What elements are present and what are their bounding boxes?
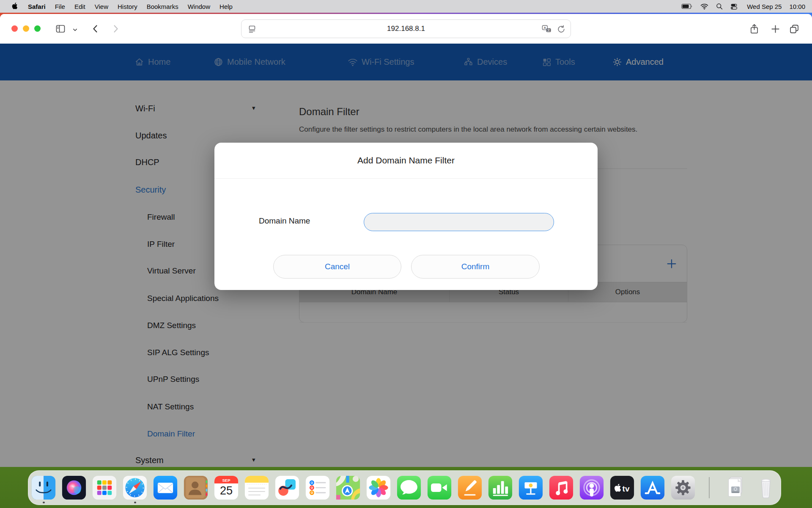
dock-icon-app-store[interactable] [640,475,665,500]
dock-icon-apple-tv[interactable]: tv [610,475,634,500]
zoom-window-button[interactable] [34,25,41,32]
dock-icon-freeform[interactable] [275,475,299,500]
photos-icon [366,475,391,500]
domain-name-input[interactable] [364,213,554,231]
podcasts-icon [579,475,604,500]
search-icon [716,3,723,10]
menu-item-edit[interactable]: Edit [70,3,90,10]
calendar-day: 25 [220,484,233,497]
dock-icon-siri[interactable] [62,475,86,500]
dock-icon-mail[interactable] [153,475,178,500]
new-tab-button[interactable] [771,24,780,36]
dock-icon-system-settings[interactable] [671,475,695,500]
dock-icon-notes[interactable] [244,475,269,500]
add-domain-filter-modal: Add Domain Name Filter Domain Name Cance… [214,143,598,290]
modal-title: Add Domain Name Filter [214,143,598,178]
dock-icon-podcasts[interactable] [579,475,604,500]
menu-item-help[interactable]: Help [215,3,237,10]
website-settings-icon[interactable] [247,25,257,36]
dock-icon-safari[interactable] [123,475,147,500]
close-window-button[interactable] [11,25,18,32]
dock-icon-facetime[interactable] [427,475,452,500]
menu-bar-time[interactable]: 10:00 [789,3,805,10]
app-store-icon [640,475,665,500]
dock-icon-photos[interactable] [366,475,391,500]
modal-divider [214,178,598,179]
mail-icon [153,475,178,500]
svg-text:文: 文 [547,28,550,32]
battery-icon [681,3,693,9]
sidebar-toggle-button[interactable] [55,24,66,36]
calendar-month: SEP [222,478,230,483]
tab-overview-button[interactable] [789,24,799,36]
dock-icon-messages[interactable] [397,475,421,500]
tab-group-chevron-button[interactable] [72,27,78,34]
dock-icon-calendar[interactable]: SEP25 [214,475,239,500]
numbers-icon [488,475,513,500]
dock-icon-reminders[interactable] [305,475,330,500]
menu-item-window[interactable]: Window [183,3,215,10]
apple-logo-icon [11,2,19,10]
dock-icon-maps[interactable] [336,475,360,500]
dock-icon-numbers[interactable] [488,475,513,500]
dock-icon-finder[interactable] [31,475,56,500]
dock-icon-trash[interactable] [754,475,778,500]
menu-item-safari[interactable]: Safari [23,3,50,10]
pages-icon [458,475,482,500]
chevron-left-icon [91,24,101,34]
messages-icon [397,475,421,500]
safari-window: 192.168.8.1 A文 Home Mobile [0,14,812,467]
translate-icon[interactable]: A文 [542,25,552,36]
macos-dock: SEP25 tv [28,470,781,505]
forward-button[interactable] [110,24,121,36]
tabs-icon [789,24,799,34]
router-admin-page: Home Mobile Network Wi-Fi Settings Devic… [0,44,812,467]
svg-text:A: A [544,26,546,30]
calendar-icon: SEP25 [214,475,239,500]
reload-button[interactable] [557,25,565,36]
battery-status[interactable] [681,3,693,9]
confirm-button[interactable]: Confirm [411,255,540,279]
safari-icon [123,475,147,500]
siri-icon [62,475,86,500]
facetime-icon [427,475,452,500]
menu-item-bookmarks[interactable]: Bookmarks [142,3,183,10]
dock-icon-pages[interactable] [458,475,482,500]
running-indicator-finder [43,502,45,504]
dock-icon-documents-stack[interactable] [723,475,748,500]
control-center[interactable] [730,3,738,10]
dock-icon-contacts[interactable] [184,475,208,500]
sidebar-icon [55,24,66,34]
safari-toolbar: 192.168.8.1 A文 [0,14,812,44]
cancel-button[interactable]: Cancel [273,255,401,279]
dock-divider [709,477,710,498]
menu-item-file[interactable]: File [50,3,70,10]
spotlight-search[interactable] [716,3,723,10]
apple-tv-icon: tv [610,475,634,500]
apple-menu[interactable] [7,2,23,11]
macos-menu-bar: Safari File Edit View History Bookmarks … [0,0,812,13]
dock-icon-keynote[interactable] [518,475,543,500]
control-center-icon [730,3,738,10]
menu-bar-date[interactable]: Wed Sep 25 [747,3,782,10]
minimize-window-button[interactable] [23,25,29,32]
trash-icon [754,475,778,500]
chevron-right-icon [110,24,121,34]
menu-item-view[interactable]: View [90,3,113,10]
system-settings-icon [671,475,695,500]
dock-icon-music[interactable] [549,475,573,500]
dock-icon-launchpad[interactable] [92,475,117,500]
share-icon [749,24,759,34]
back-button[interactable] [91,24,101,36]
freeform-icon [275,475,299,500]
address-bar[interactable]: 192.168.8.1 A文 [241,19,571,38]
share-button[interactable] [749,24,759,36]
chevron-down-icon [72,27,78,33]
wifi-status[interactable] [700,3,708,10]
menu-bar-left: Safari File Edit View History Bookmarks … [7,2,237,11]
notes-icon [244,475,269,500]
tv-label: tv [623,484,630,493]
menu-item-history[interactable]: History [113,3,142,10]
wifi-icon [700,3,708,10]
launchpad-icon [92,475,117,500]
